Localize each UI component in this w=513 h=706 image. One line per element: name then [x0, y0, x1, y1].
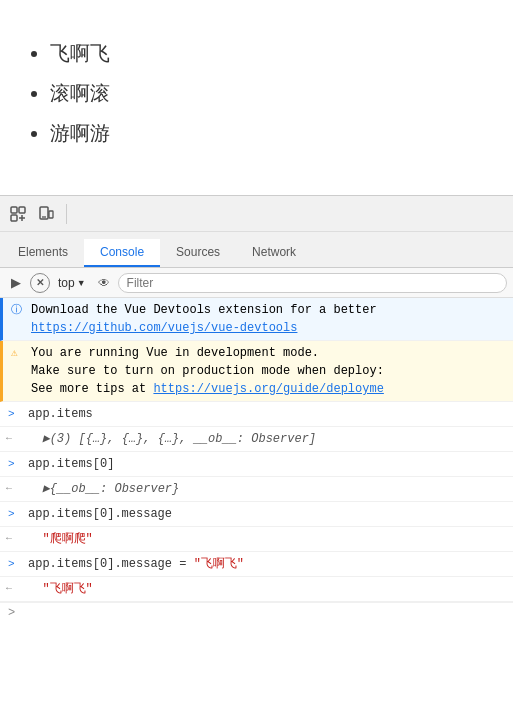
- console-message-devmode: ⚠ You are running Vue in development mod…: [0, 341, 513, 402]
- console-result-message-new: ← "飞啊飞": [0, 577, 513, 602]
- console-input-app-items: > app.items: [0, 402, 513, 427]
- result-arrow-icon-2: ←: [6, 481, 12, 496]
- tab-elements[interactable]: Elements: [2, 239, 84, 267]
- context-dropdown-icon: ▼: [77, 278, 86, 288]
- console-input-text-3: app.items[0].message: [28, 507, 172, 521]
- vue-devtools-link[interactable]: https://github.com/vuejs/vue-devtools: [31, 321, 297, 335]
- list-item-2: 滚啊滚: [50, 73, 493, 113]
- clear-console-button[interactable]: ✕: [30, 273, 50, 293]
- console-result-text-2: ▶{__ob__: Observer}: [28, 482, 179, 496]
- console-result-array: ← ▶(3) [{…}, {…}, {…}, __ob__: Observer]: [0, 427, 513, 452]
- console-input-app-items-0: > app.items[0]: [0, 452, 513, 477]
- result-arrow-icon-4: ←: [6, 581, 12, 596]
- devtools-top-toolbar: [0, 196, 513, 232]
- devtools-tabs: Elements Console Sources Network: [0, 232, 513, 268]
- console-result-text-4: "飞啊飞": [28, 582, 93, 596]
- console-msg-devmode-text: You are running Vue in development mode.…: [31, 346, 384, 396]
- prompt-icon-4: >: [8, 556, 15, 573]
- info-arrow-icon: ⓘ: [11, 302, 22, 319]
- context-selector[interactable]: top ▼: [54, 275, 90, 291]
- filter-input[interactable]: [118, 273, 507, 293]
- console-input-message: > app.items[0].message: [0, 502, 513, 527]
- console-msg-devtools-text: Download the Vue Devtools extension for …: [31, 303, 377, 335]
- toolbar-divider: [66, 204, 67, 224]
- console-input-set-message: > app.items[0].message = "飞啊飞": [0, 552, 513, 577]
- tab-sources[interactable]: Sources: [160, 239, 236, 267]
- console-result-text-3: "爬啊爬": [28, 532, 93, 546]
- eye-button[interactable]: 👁: [94, 273, 114, 293]
- vue-deploy-link[interactable]: https://vuejs.org/guide/deployme: [153, 382, 383, 396]
- prompt-icon-1: >: [8, 406, 15, 423]
- page-list: 飞啊飞 滚啊滚 游啊游: [20, 33, 493, 153]
- console-input-text-2: app.items[0]: [28, 457, 114, 471]
- list-item-3: 游啊游: [50, 113, 493, 153]
- svg-rect-1: [19, 207, 25, 213]
- console-input-text-4: app.items[0].message = "飞啊飞": [28, 557, 244, 571]
- warning-arrow-icon: ⚠: [11, 345, 18, 362]
- prompt-icon-2: >: [8, 456, 15, 473]
- tab-console[interactable]: Console: [84, 239, 160, 267]
- tab-network[interactable]: Network: [236, 239, 312, 267]
- svg-rect-4: [49, 211, 53, 218]
- console-result-observer: ← ▶{__ob__: Observer}: [0, 477, 513, 502]
- console-message-devtools: ⓘ Download the Vue Devtools extension fo…: [0, 298, 513, 341]
- list-item-1: 飞啊飞: [50, 33, 493, 73]
- console-input-row: >: [0, 602, 513, 623]
- result-arrow-icon-1: ←: [6, 431, 12, 446]
- console-result-text-1: ▶(3) [{…}, {…}, {…}, __ob__: Observer]: [28, 432, 316, 446]
- page-content: 飞啊飞 滚啊滚 游啊游: [0, 0, 513, 195]
- svg-rect-2: [11, 215, 17, 221]
- devtools-panel: Elements Console Sources Network ▶ ✕ top…: [0, 195, 513, 706]
- console-toolbar: ▶ ✕ top ▼ 👁: [0, 268, 513, 298]
- console-prompt-symbol: >: [8, 606, 15, 620]
- device-toolbar-button[interactable]: [34, 202, 58, 226]
- prompt-icon-3: >: [8, 506, 15, 523]
- console-output: ⓘ Download the Vue Devtools extension fo…: [0, 298, 513, 706]
- svg-rect-0: [11, 207, 17, 213]
- console-input-text-1: app.items: [28, 407, 93, 421]
- inspect-element-button[interactable]: [6, 202, 30, 226]
- result-arrow-icon-3: ←: [6, 531, 12, 546]
- run-script-button[interactable]: ▶: [6, 273, 26, 293]
- context-label: top: [58, 276, 75, 290]
- console-result-message-old: ← "爬啊爬": [0, 527, 513, 552]
